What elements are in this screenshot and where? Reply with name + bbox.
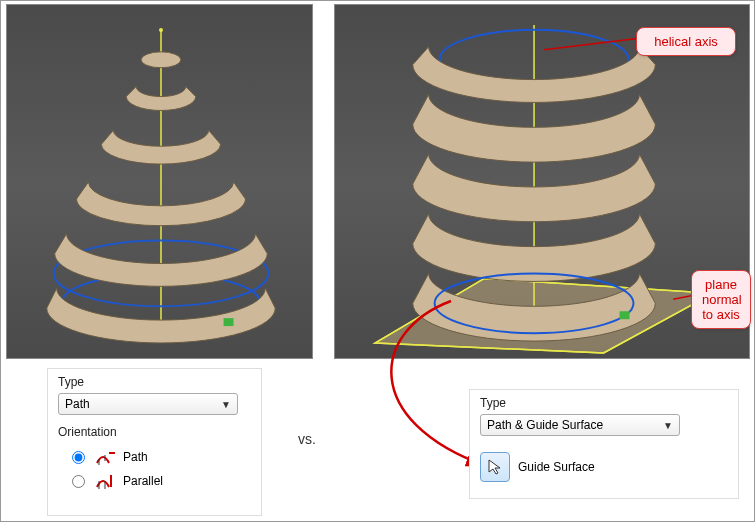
cursor-icon	[486, 458, 504, 476]
callout-text: plane normal to axis	[702, 277, 742, 322]
viewport-right	[334, 4, 750, 359]
dropdown-value: Path	[65, 397, 90, 411]
panel-left-type: Type Path ▼ Orientation Path Parallel	[47, 368, 262, 516]
svg-rect-4	[224, 318, 234, 326]
guide-surface-button[interactable]	[480, 452, 510, 482]
type-dropdown-right[interactable]: Path & Guide Surface ▼	[480, 414, 680, 436]
callout-text: helical axis	[654, 34, 718, 49]
chevron-down-icon: ▼	[663, 420, 673, 431]
svg-rect-11	[620, 311, 630, 319]
svg-marker-19	[489, 460, 500, 474]
svg-line-12	[544, 38, 643, 50]
spiral-sweep-right	[335, 5, 749, 358]
guide-surface-label: Guide Surface	[518, 460, 595, 474]
svg-point-5	[159, 28, 163, 32]
chevron-down-icon: ▼	[221, 399, 231, 410]
radio-path-label: Path	[123, 450, 148, 464]
type-dropdown-left[interactable]: Path ▼	[58, 393, 238, 415]
radio-parallel-label: Parallel	[123, 474, 163, 488]
vs-label: vs.	[298, 431, 316, 447]
spiral-sweep-left	[7, 5, 312, 358]
panel-right-type: Type Path & Guide Surface ▼ Guide Surfac…	[469, 389, 739, 499]
callout-plane-normal: plane normal to axis	[691, 270, 751, 329]
viewport-left	[6, 4, 313, 359]
svg-point-3	[141, 52, 181, 68]
dropdown-value: Path & Guide Surface	[487, 418, 603, 432]
orientation-label: Orientation	[58, 425, 251, 439]
radio-path[interactable]	[72, 451, 85, 464]
type-label: Type	[58, 375, 251, 389]
sweep-path-icon	[95, 449, 115, 465]
callout-helical-axis: helical axis	[636, 27, 736, 56]
sweep-parallel-icon	[95, 473, 115, 489]
type-label: Type	[480, 396, 728, 410]
radio-parallel[interactable]	[72, 475, 85, 488]
